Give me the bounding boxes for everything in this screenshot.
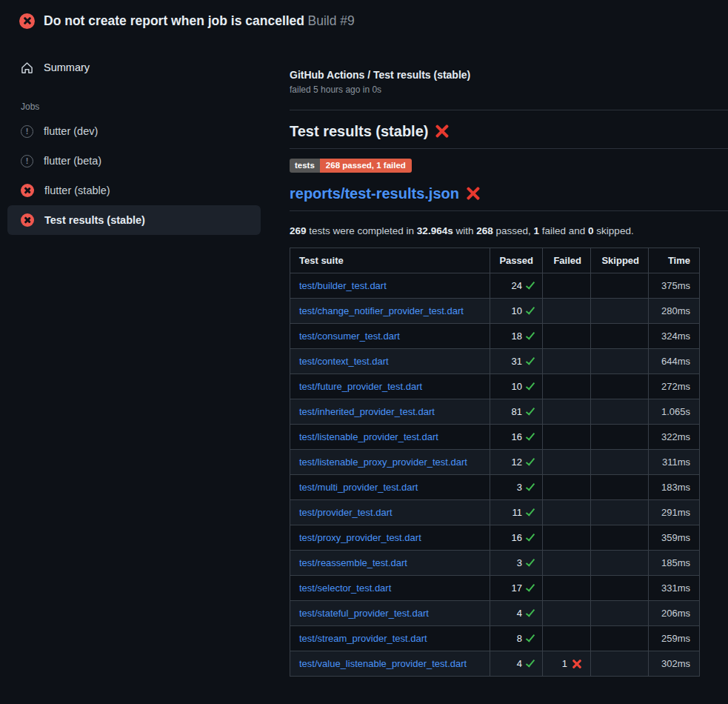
passed-cell: 16 [490, 525, 543, 551]
sidebar-item-flutter-beta[interactable]: flutter (beta) [7, 146, 261, 176]
passed-cell: 12 [490, 450, 543, 475]
suite-link[interactable]: test/stateful_provider_test.dart [299, 608, 429, 619]
table-row: test/stream_provider_test.dart8259ms [290, 626, 700, 651]
stop-circle-icon [21, 155, 33, 167]
sidebar-item-test-results-stable[interactable]: Test results (stable) [7, 205, 261, 235]
summary-number: 268 [476, 225, 493, 236]
skipped-cell [591, 425, 649, 450]
tests-badge: tests 268 passed, 1 failed [290, 159, 412, 173]
skipped-cell [591, 324, 649, 349]
passed-cell: 3 [490, 475, 543, 500]
suite-link[interactable]: test/listenable_provider_test.dart [299, 431, 438, 442]
suite-cell: test/change_notifier_provider_test.dart [290, 299, 490, 324]
summary-number: 1 [534, 225, 540, 236]
check-icon [526, 607, 535, 617]
check-icon [526, 481, 535, 491]
sidebar-item-summary[interactable]: Summary [21, 58, 290, 77]
passed-cell: 4 [490, 601, 543, 626]
suite-link[interactable]: test/selector_test.dart [299, 582, 391, 594]
x-circle-icon [21, 184, 34, 197]
table-body: test/builder_test.dart24375mstest/change… [290, 273, 700, 677]
suite-link[interactable]: test/value_listenable_provider_test.dart [299, 658, 467, 669]
suite-cell: test/context_test.dart [290, 349, 490, 374]
summary-text: failed and [539, 225, 588, 236]
summary-text: passed, [493, 225, 534, 236]
suite-cell: test/selector_test.dart [290, 576, 490, 601]
suite-link[interactable]: test/proxy_provider_test.dart [299, 532, 421, 543]
failed-cell [543, 349, 591, 374]
summary-number: 32.964s [417, 225, 453, 236]
sidebar-item-label: flutter (beta) [44, 155, 101, 167]
check-icon [526, 582, 535, 591]
failed-cell [543, 525, 591, 551]
passed-count: 8 [517, 633, 522, 644]
skipped-cell [591, 299, 649, 324]
passed-cell: 81 [490, 399, 543, 425]
time-cell: 375ms [649, 273, 700, 299]
suite-link[interactable]: test/context_test.dart [299, 356, 389, 367]
suite-link[interactable]: test/listenable_proxy_provider_test.dart [299, 456, 467, 468]
table-row: test/change_notifier_provider_test.dart1… [290, 299, 700, 324]
time-cell: 280ms [649, 299, 700, 324]
main-content: GitHub Actions / Test results (stable) f… [290, 41, 728, 704]
passed-count: 16 [512, 431, 522, 442]
passed-cell: 16 [490, 425, 543, 450]
suite-link[interactable]: test/provider_test.dart [299, 507, 393, 518]
check-icon [526, 531, 535, 541]
suite-link[interactable]: test/change_notifier_provider_test.dart [299, 305, 464, 316]
check-icon [526, 456, 535, 465]
failed-cell [543, 273, 591, 299]
table-row: test/provider_test.dart11291ms [290, 500, 700, 525]
check-icon [526, 557, 535, 566]
run-header: Do not create report when job is cancell… [0, 0, 728, 41]
suite-link[interactable]: test/future_provider_test.dart [299, 381, 422, 392]
x-mark-icon [435, 124, 449, 138]
x-circle-icon [21, 213, 34, 227]
suite-cell: test/consumer_test.dart [290, 324, 490, 349]
sidebar-item-flutter-stable[interactable]: flutter (stable) [7, 176, 261, 205]
failed-cell: 1 [543, 651, 591, 677]
section-heading: Test results (stable) [290, 123, 728, 149]
time-cell: 259ms [649, 626, 700, 651]
summary-text: with [453, 225, 477, 236]
suite-cell: test/listenable_provider_test.dart [290, 425, 490, 450]
failed-cell [543, 450, 591, 475]
home-icon [21, 62, 33, 74]
failed-cell [543, 551, 591, 576]
suite-link[interactable]: test/reassemble_test.dart [299, 557, 407, 568]
check-icon [526, 330, 535, 339]
suite-link[interactable]: test/builder_test.dart [299, 280, 387, 291]
run-meta: failed 5 hours ago in 0s [290, 84, 728, 95]
time-cell: 291ms [649, 500, 700, 525]
passed-cell: 8 [490, 626, 543, 651]
passed-count: 3 [517, 482, 522, 493]
time-cell: 183ms [649, 475, 700, 500]
passed-count: 24 [512, 280, 522, 291]
table-row: test/value_listenable_provider_test.dart… [290, 651, 700, 677]
table-row: test/multi_provider_test.dart3183ms [290, 475, 700, 500]
column-header-time: Time [649, 248, 700, 273]
passed-count: 12 [512, 456, 522, 468]
skipped-cell [591, 601, 649, 626]
check-icon [526, 506, 535, 516]
suite-cell: test/value_listenable_provider_test.dart [290, 651, 490, 677]
suite-link[interactable]: test/stream_provider_test.dart [299, 633, 427, 644]
time-cell: 359ms [649, 525, 700, 551]
passed-count: 81 [512, 406, 522, 417]
suite-cell: test/future_provider_test.dart [290, 374, 490, 399]
table-row: test/inherited_provider_test.dart811.065… [290, 399, 700, 425]
suite-link[interactable]: test/inherited_provider_test.dart [299, 406, 435, 417]
column-header-passed: Passed [490, 248, 543, 273]
table-header-row: Test suitePassedFailedSkippedTime [290, 248, 700, 273]
failed-count: 1 [562, 658, 567, 669]
sidebar-item-flutter-dev[interactable]: flutter (dev) [7, 116, 261, 146]
suite-link[interactable]: test/multi_provider_test.dart [299, 482, 418, 493]
report-file-link[interactable]: reports/test-results.json [290, 185, 459, 202]
suite-link[interactable]: test/consumer_test.dart [299, 331, 400, 342]
table-row: test/builder_test.dart24375ms [290, 273, 700, 299]
build-number: Build #9 [307, 13, 354, 28]
passed-count: 17 [512, 582, 522, 594]
passed-count: 16 [512, 532, 522, 543]
passed-cell: 31 [490, 349, 543, 374]
time-cell: 206ms [649, 601, 700, 626]
